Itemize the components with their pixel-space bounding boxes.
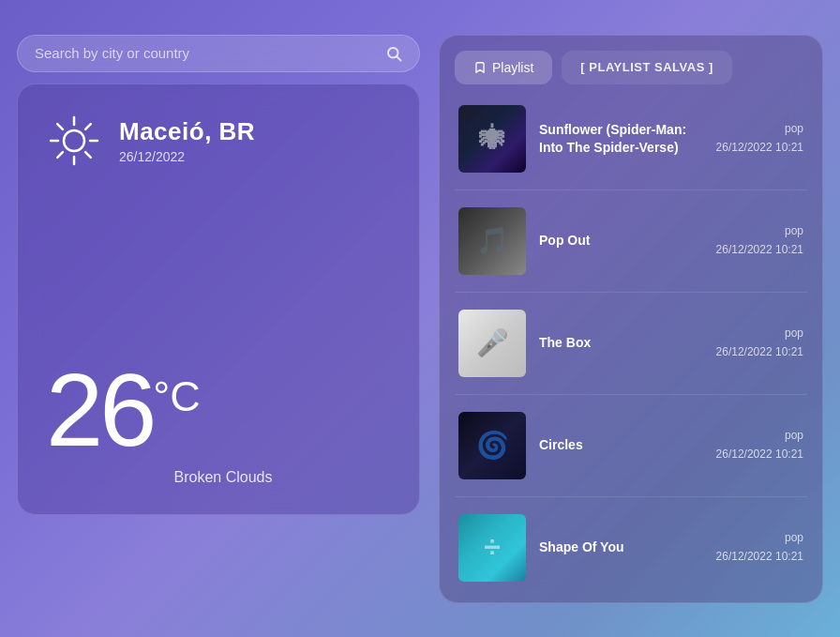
svg-line-9 <box>85 124 91 129</box>
song-meta: pop26/12/2022 10:21 <box>716 222 803 258</box>
divider <box>455 292 807 293</box>
svg-line-1 <box>397 56 400 60</box>
weather-top: Maceió, BR 26/12/2022 <box>46 113 391 169</box>
search-input[interactable] <box>35 45 376 61</box>
song-genre: pop <box>716 325 803 342</box>
song-datetime: 26/12/2022 10:21 <box>716 548 803 566</box>
song-genre: pop <box>716 427 803 445</box>
svg-line-7 <box>57 124 63 129</box>
divider <box>455 496 807 497</box>
album-art: 🎤 <box>458 310 526 377</box>
divider <box>455 190 807 190</box>
weather-date: 26/12/2022 <box>119 149 255 164</box>
search-icon <box>385 45 402 62</box>
song-genre: pop <box>716 529 803 547</box>
svg-line-10 <box>57 152 63 158</box>
city-name: Maceió, BR <box>119 117 255 146</box>
tab-playlist-label: Playlist <box>492 60 533 75</box>
right-panel: Playlist [ PLAYLIST SALVAS ] 🕷Sunflower … <box>439 35 823 603</box>
song-title: Shape Of You <box>539 539 624 554</box>
playlist-item[interactable]: 🎤The Boxpop26/12/2022 10:21 <box>455 304 807 383</box>
svg-line-8 <box>85 152 91 158</box>
temp-unit: °C <box>153 375 201 417</box>
playlist-item[interactable]: 🌀Circlespop26/12/2022 10:21 <box>455 406 807 485</box>
playlist-list: 🕷Sunflower (Spider-Man: Into The Spider-… <box>455 99 807 587</box>
weather-description: Broken Clouds <box>174 469 273 486</box>
song-meta: pop26/12/2022 10:21 <box>716 325 803 360</box>
sun-icon <box>46 113 102 169</box>
divider <box>455 394 807 395</box>
left-panel: Maceió, BR 26/12/2022 26 °C Broken Cloud… <box>17 35 420 515</box>
song-genre: pop <box>716 222 803 240</box>
temperature-display: 26 °C <box>46 358 201 462</box>
album-art: 🌀 <box>458 412 526 479</box>
search-button[interactable] <box>385 45 402 62</box>
temp-section: 26 °C Broken Clouds <box>46 302 391 486</box>
song-meta: pop26/12/2022 10:21 <box>716 120 803 156</box>
svg-point-2 <box>64 130 84 151</box>
song-meta: pop26/12/2022 10:21 <box>716 529 803 565</box>
tab-saved-label: [ PLAYLIST SALVAS ] <box>580 60 712 74</box>
album-art: ÷ <box>458 514 526 582</box>
song-datetime: 26/12/2022 10:21 <box>716 139 803 157</box>
playlist-tabs: Playlist [ PLAYLIST SALVAS ] <box>455 51 807 84</box>
song-datetime: 26/12/2022 10:21 <box>716 343 803 361</box>
song-info: Circles <box>539 436 703 453</box>
playlist-item[interactable]: 🕷Sunflower (Spider-Man: Into The Spider-… <box>455 99 807 178</box>
song-datetime: 26/12/2022 10:21 <box>716 446 803 463</box>
album-art: 🎵 <box>458 207 526 275</box>
tab-playlist[interactable]: Playlist <box>455 51 552 84</box>
song-info: The Box <box>539 334 703 351</box>
song-info: Pop Out <box>539 232 703 249</box>
weather-location: Maceió, BR 26/12/2022 <box>119 117 255 164</box>
song-info: Shape Of You <box>539 538 703 555</box>
song-title: Circles <box>539 437 583 452</box>
playlist-item[interactable]: 🎵Pop Outpop26/12/2022 10:21 <box>455 202 807 281</box>
temp-value: 26 <box>46 358 153 462</box>
tab-saved-playlists[interactable]: [ PLAYLIST SALVAS ] <box>562 51 731 84</box>
song-title: Sunflower (Spider-Man: Into The Spider-V… <box>539 122 686 154</box>
song-datetime: 26/12/2022 10:21 <box>716 241 803 259</box>
search-bar <box>17 35 420 72</box>
album-art: 🕷 <box>458 105 526 173</box>
song-info: Sunflower (Spider-Man: Into The Spider-V… <box>539 121 703 155</box>
song-genre: pop <box>716 120 803 138</box>
song-meta: pop26/12/2022 10:21 <box>716 427 803 463</box>
song-title: Pop Out <box>539 233 590 248</box>
song-title: The Box <box>539 335 591 350</box>
main-container: Maceió, BR 26/12/2022 26 °C Broken Cloud… <box>17 35 823 603</box>
playlist-item[interactable]: ÷Shape Of Youpop26/12/2022 10:21 <box>455 508 807 587</box>
weather-card: Maceió, BR 26/12/2022 26 °C Broken Cloud… <box>17 83 420 515</box>
bookmark-icon <box>473 61 487 74</box>
